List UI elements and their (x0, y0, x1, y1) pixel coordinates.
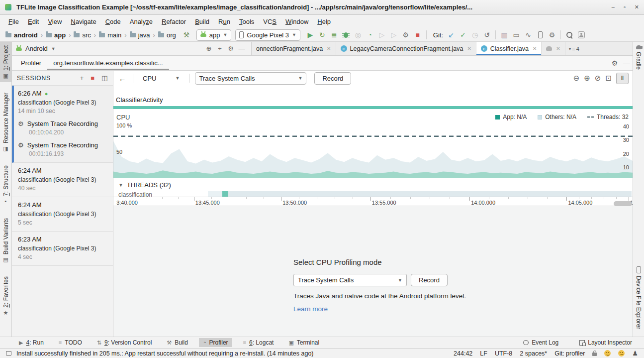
happy-feedback-icon[interactable] (604, 350, 611, 357)
breadcrumb-app[interactable]: app (44, 31, 67, 39)
tool-window-run[interactable]: ▶4: Run (15, 338, 48, 347)
menu-edit[interactable]: Edit (23, 16, 43, 27)
menu-help[interactable]: Help (313, 16, 335, 27)
end-session-icon[interactable]: ◫ (101, 74, 108, 82)
record-button[interactable]: Record (411, 274, 448, 286)
git-update-icon[interactable]: ↙ (445, 29, 457, 40)
zoom-out-icon[interactable]: ⊖ (573, 74, 580, 83)
close-tab-icon[interactable]: ✕ (467, 46, 471, 51)
apply-changes-icon[interactable]: ↻ (316, 29, 328, 40)
caret-position[interactable]: 244:42 (454, 350, 472, 357)
menu-file[interactable]: File (4, 16, 23, 27)
git-commit-icon[interactable]: ✓ (457, 29, 469, 40)
layout-inspector-button[interactable]: Layout Inspector (575, 338, 636, 347)
horizontal-scrollbar[interactable] (614, 201, 632, 206)
trace-mode-select[interactable]: Trace System Calls ▼ (195, 72, 306, 85)
tab-classifier-java[interactable]: cClassifier.java✕ (476, 42, 542, 55)
virtual-device-icon[interactable] (534, 29, 546, 40)
trace-recording[interactable]: ⚙System Trace Recording00:01:16.193 (18, 141, 109, 157)
device-select[interactable]: Google Pixel 3 ▼ (235, 29, 300, 41)
tab-legacycameraconnectionfragment-java[interactable]: cLegacyCameraConnectionFragment.java✕ (336, 42, 476, 55)
profiler-tab-profiler[interactable]: Profiler (15, 56, 47, 70)
breadcrumb-src[interactable]: src (72, 31, 92, 39)
zoom-to-selection-icon[interactable]: ⊡ (605, 74, 612, 83)
indent-setting[interactable]: 2 spaces* (520, 350, 547, 357)
background-task-icon[interactable]: ♟ (632, 350, 638, 357)
breadcrumb-android[interactable]: android (4, 31, 39, 39)
zoom-in-icon[interactable]: ⊕ (584, 74, 590, 83)
cpu-chart[interactable]: CPU 100 % 50 App: N/AOthers: N/AThreads:… (113, 109, 633, 179)
close-tab-icon[interactable]: ✕ (556, 46, 560, 51)
rerun-profiler-icon[interactable]: ⚙ (400, 29, 412, 40)
status-message[interactable]: Install successfully finished in 205 ms.… (16, 350, 314, 357)
close-tab-icon[interactable]: ✕ (327, 46, 331, 51)
profiler-toolbar-icon[interactable]: ∿ (522, 29, 534, 40)
device-manager-icon[interactable]: ▭ (510, 29, 522, 40)
tool-window-build[interactable]: ⚒Build (163, 338, 192, 347)
tool-window-version-control[interactable]: ⇅9: Version Control (93, 338, 156, 347)
git-branch[interactable]: Git: profiler (554, 350, 585, 357)
tool-button-device-file-explorer[interactable]: Device File Explorer (633, 263, 644, 333)
tab-onnectionfragment-java[interactable]: onnectionFragment.java✕ (252, 42, 336, 55)
stage-select[interactable]: CPU ▼ (139, 74, 184, 83)
breadcrumb-org[interactable]: org (157, 31, 178, 39)
apply-code-changes-icon[interactable]: ≣ (328, 29, 340, 40)
stop-icon[interactable]: ■ (412, 29, 424, 40)
breadcrumb-java[interactable]: java (128, 31, 152, 39)
tab-icon[interactable]: ✕ (542, 42, 565, 55)
menu-analyze[interactable]: Analyze (125, 16, 157, 27)
hidden-tabs-button[interactable]: ▾≡4 (565, 42, 583, 55)
sync-project-icon[interactable]: ▥ (498, 29, 510, 40)
event-log-button[interactable]: Event Log (519, 338, 562, 347)
session-item[interactable]: 6:23 AMclassification (Google Pixel 3)4 … (12, 232, 113, 266)
hide-profiler-icon[interactable]: — (621, 56, 633, 70)
close-tab-icon[interactable]: ✕ (533, 46, 537, 51)
menu-code[interactable]: Code (101, 16, 125, 27)
search-everywhere-icon[interactable] (563, 29, 575, 40)
thread-lane[interactable]: classification (113, 191, 633, 197)
minimize-button[interactable]: – (612, 4, 615, 10)
reset-zoom-icon[interactable]: ⊘ (595, 74, 601, 83)
session-item[interactable]: 6:24 AMclassification (Google Pixel 3)40… (12, 163, 113, 197)
lock-icon[interactable] (592, 353, 597, 356)
run-icon[interactable]: ▶ (304, 29, 316, 40)
tool-window-todo[interactable]: ≡TODO (55, 338, 86, 347)
threads-section-header[interactable]: ▼ THREADS (32) (113, 179, 633, 191)
locate-file-icon[interactable]: ⊕ (203, 45, 214, 52)
tool-button-1-project[interactable]: 1: Project▣ (0, 42, 11, 82)
file-encoding[interactable]: UTF-8 (495, 350, 512, 357)
tool-window-terminal[interactable]: ▣Terminal (284, 338, 323, 347)
session-item[interactable]: 6:26 AM●classification (Google Pixel 3)1… (12, 86, 113, 163)
line-separator[interactable]: LF (480, 350, 487, 357)
back-arrow-icon[interactable]: ← (117, 74, 127, 83)
project-view-label[interactable]: Android (25, 45, 48, 52)
tool-window-logcat[interactable]: ≡6: Logcat (239, 338, 278, 347)
run-config-select[interactable]: app ▼ (196, 29, 232, 41)
chevron-down-icon[interactable]: ▼ (51, 46, 56, 51)
profile-avatar-icon[interactable] (575, 29, 587, 40)
menu-build[interactable]: Build (190, 16, 214, 27)
tool-button-7-structure[interactable]: 7: Structure▪ (0, 162, 11, 208)
breadcrumb-main[interactable]: main (97, 31, 123, 39)
sdk-manager-icon[interactable]: ⚙ (546, 29, 558, 40)
record-button[interactable]: Record (314, 72, 351, 85)
build-hammer-icon[interactable]: ⚒ (181, 29, 192, 40)
stop-session-icon[interactable]: ■ (91, 74, 95, 82)
menu-view[interactable]: View (43, 16, 66, 27)
tool-button-build-variants[interactable]: Build Variants▤ (0, 215, 11, 266)
tool-button-resource-manager[interactable]: Resource Manager◨ (0, 89, 11, 155)
maximize-button[interactable]: ▫ (624, 4, 626, 10)
trace-recording[interactable]: ⚙System Trace Recording00:10:04.200 (18, 120, 109, 136)
pause-live-button[interactable]: Ⅱ (616, 73, 629, 84)
profiler-tab-org-tensorflow-lite-examples-classific[interactable]: org.tensorflow.lite.examples.classific..… (47, 56, 169, 70)
menu-tools[interactable]: Tools (235, 16, 259, 27)
session-item[interactable]: 6:24 AMclassification (Google Pixel 3)5 … (12, 197, 113, 232)
debug-icon[interactable] (340, 29, 352, 40)
sad-feedback-icon[interactable] (618, 350, 625, 357)
menu-refactor[interactable]: Refactor (157, 16, 190, 27)
profiler-settings-icon[interactable]: ⚙ (609, 56, 621, 70)
collapse-all-icon[interactable]: ÷ (214, 45, 225, 52)
close-button[interactable]: ✕ (635, 4, 639, 10)
hide-panel-icon[interactable]: — (236, 45, 247, 52)
tool-button-2-favorites[interactable]: 2: Favorites★ (0, 273, 11, 319)
